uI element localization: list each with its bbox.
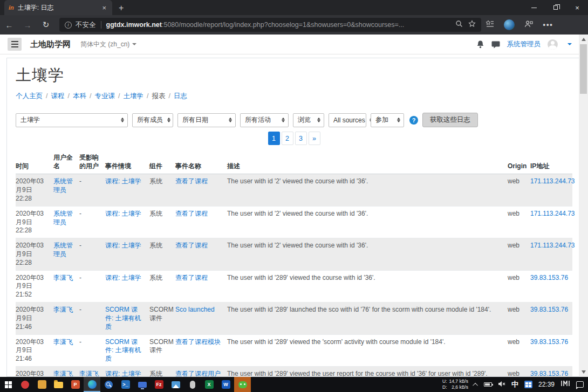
cell-user-link[interactable]: 李潇飞: [53, 274, 73, 281]
cell-event-link[interactable]: 查看了课程: [175, 242, 208, 249]
window-close-button[interactable]: ×: [566, 0, 588, 15]
tab-close-icon[interactable]: ×: [100, 4, 108, 12]
photos-app-icon[interactable]: [167, 377, 184, 392]
breadcrumb-item[interactable]: 专业课: [94, 92, 115, 100]
battery-icon[interactable]: [484, 382, 492, 387]
user-menu-caret-icon[interactable]: [568, 43, 572, 45]
start-button[interactable]: [0, 377, 17, 392]
file-explorer-icon[interactable]: [50, 377, 67, 392]
side-drawer-toggle-icon[interactable]: [8, 38, 22, 51]
cell-user-link[interactable]: 李潇飞: [53, 370, 73, 377]
scrollbar-down-icon[interactable]: [582, 370, 586, 374]
excel-icon[interactable]: X: [201, 377, 217, 392]
help-icon[interactable]: ?: [409, 116, 418, 125]
cell-context-link[interactable]: 课程: 土壤学: [105, 370, 141, 377]
favorite-star-icon[interactable]: [468, 20, 476, 30]
word-icon[interactable]: W: [217, 377, 234, 392]
cell-event-link[interactable]: 查看了课程用户报告: [175, 370, 221, 377]
browser-tab[interactable]: in 土壤学: 日志 ×: [4, 0, 112, 15]
filezilla-icon[interactable]: Fz: [151, 377, 167, 392]
search-tool-icon[interactable]: [100, 377, 117, 392]
reload-button[interactable]: ↻: [37, 20, 55, 30]
wechat-icon[interactable]: [234, 377, 251, 392]
cell-ip-link[interactable]: 39.83.153.76: [530, 274, 568, 281]
search-icon[interactable]: [455, 20, 463, 30]
page-link[interactable]: 3: [295, 132, 307, 145]
cell-context-link[interactable]: 课程: 土壤学: [105, 274, 141, 281]
cell-ip-link[interactable]: 171.113.244.73: [530, 242, 575, 249]
cell-user-link[interactable]: 李潇飞: [53, 338, 73, 346]
action-center-icon[interactable]: [576, 381, 584, 388]
remote-desktop-icon[interactable]: [134, 377, 151, 392]
cell-event-link[interactable]: 查看了课程模块: [175, 338, 221, 346]
browser-menu-icon[interactable]: ●●●: [543, 22, 553, 27]
powerpoint-icon[interactable]: P: [67, 377, 84, 392]
page-link[interactable]: 2: [282, 132, 293, 145]
filter-select-4[interactable]: 浏览: [293, 113, 324, 127]
language-selector[interactable]: 简体中文 (zh_cn): [80, 40, 136, 49]
ime-indicator[interactable]: 中: [511, 380, 518, 389]
cell-context-link[interactable]: SCORM 课件: 土壤有机质: [105, 306, 141, 331]
edge-browser-icon[interactable]: [84, 377, 100, 392]
site-name[interactable]: 土地助学网: [30, 39, 71, 50]
tray-m-icon[interactable]: [560, 380, 570, 389]
filter-select-6[interactable]: 参加: [371, 113, 404, 127]
filter-select-2[interactable]: 所有日期: [177, 113, 236, 127]
cell-context-link[interactable]: 课程: 土壤学: [105, 177, 141, 185]
address-bar[interactable]: i 不安全 ggtdx.imwork.net :5080/moodle/repo…: [59, 18, 481, 32]
window-restore-button[interactable]: [545, 0, 566, 15]
cell-ip-link[interactable]: 171.113.244.73: [530, 210, 575, 217]
scrollbar-up-icon[interactable]: [582, 38, 586, 41]
cell-ip-link[interactable]: 39.83.153.76: [530, 338, 568, 346]
powershell-icon[interactable]: >_: [117, 377, 134, 392]
breadcrumb-item[interactable]: 土壤学: [123, 92, 143, 100]
filter-select-1[interactable]: 所有成员: [132, 113, 173, 127]
cell-event-link[interactable]: 查看了课程: [175, 274, 208, 281]
cell-context-link[interactable]: 课程: 土壤学: [105, 242, 141, 249]
cell-user-link[interactable]: 系统管理员: [53, 210, 73, 226]
cell-user-link[interactable]: 系统管理员: [53, 242, 73, 258]
page-link[interactable]: 1: [268, 132, 280, 145]
messages-icon[interactable]: [491, 40, 500, 49]
share-person-icon[interactable]: [524, 20, 533, 30]
new-tab-button[interactable]: +: [119, 3, 124, 13]
cell-event-link[interactable]: 查看了课程: [175, 210, 208, 217]
favorites-bar-icon[interactable]: [486, 20, 494, 30]
cell-context-link[interactable]: SCORM 课件: 土壤有机质: [105, 338, 141, 363]
mouse-tool-icon[interactable]: [184, 377, 201, 392]
back-button[interactable]: ←: [0, 20, 18, 30]
cell-event-link[interactable]: Sco launched: [175, 306, 215, 313]
user-avatar[interactable]: [548, 39, 558, 50]
forward-button[interactable]: →: [18, 20, 37, 30]
volume-muted-icon[interactable]: [498, 380, 505, 389]
taskbar-remote-app-icon[interactable]: [17, 377, 33, 392]
page-link[interactable]: »: [309, 132, 320, 145]
cell-affected-link[interactable]: 李潇飞: [79, 370, 99, 377]
taskbar-cube-app-icon[interactable]: [33, 377, 50, 392]
breadcrumb-item[interactable]: 课程: [51, 92, 64, 100]
notification-bell-icon[interactable]: [476, 40, 484, 49]
cell-user-link[interactable]: 李潇飞: [53, 306, 73, 313]
filter-select-5[interactable]: All sources: [329, 113, 366, 127]
user-menu-name[interactable]: 系统管理员: [507, 40, 541, 49]
browser-profile-avatar[interactable]: [504, 19, 515, 30]
cell-user-link[interactable]: 系统管理员: [53, 177, 73, 194]
cell-ip-link[interactable]: 171.113.244.73: [530, 177, 575, 185]
breadcrumb-item[interactable]: 个人主页: [16, 92, 43, 100]
breadcrumb-item[interactable]: 本科: [73, 92, 86, 100]
cell-component: SCORM 课件: [149, 334, 175, 366]
cell-event-link[interactable]: 查看了课程: [175, 177, 208, 185]
filter-select-0[interactable]: 土壤学: [16, 113, 128, 127]
cell-ip-link[interactable]: 39.83.153.76: [530, 306, 568, 313]
scrollbar-thumb[interactable]: [580, 44, 587, 94]
filter-select-3[interactable]: 所有活动: [240, 113, 289, 127]
cell-ip-link[interactable]: 39.83.153.76: [530, 370, 568, 377]
get-logs-button[interactable]: 获取这些日志: [422, 113, 478, 127]
tray-app-window-icon[interactable]: [524, 381, 532, 388]
taskbar-clock[interactable]: 22:39: [538, 381, 555, 388]
tray-expand-icon[interactable]: [473, 382, 478, 388]
breadcrumb-item[interactable]: 日志: [174, 92, 187, 100]
cell-context-link[interactable]: 课程: 土壤学: [105, 210, 141, 217]
window-minimize-button[interactable]: [523, 0, 545, 15]
page-scrollbar[interactable]: [579, 35, 588, 377]
